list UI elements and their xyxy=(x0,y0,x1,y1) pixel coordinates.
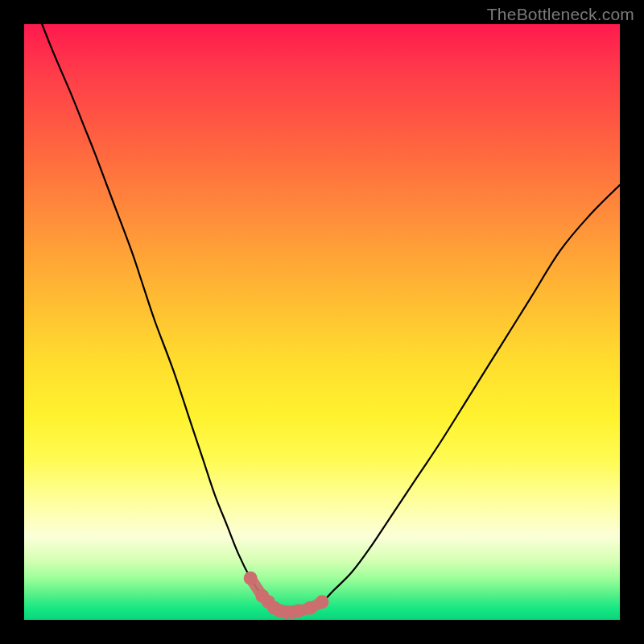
watermark-text: TheBottleneck.com xyxy=(487,5,634,24)
chart-frame: TheBottleneck.com xyxy=(0,0,644,644)
bottleneck-highlight-dots xyxy=(244,572,329,619)
bottleneck-curve xyxy=(42,24,620,613)
highlight-dot xyxy=(316,595,329,609)
curve-svg xyxy=(24,24,620,620)
highlight-dot xyxy=(244,572,258,585)
plot-area xyxy=(24,24,620,620)
highlight-dot xyxy=(291,604,305,617)
highlight-dot xyxy=(303,601,317,615)
